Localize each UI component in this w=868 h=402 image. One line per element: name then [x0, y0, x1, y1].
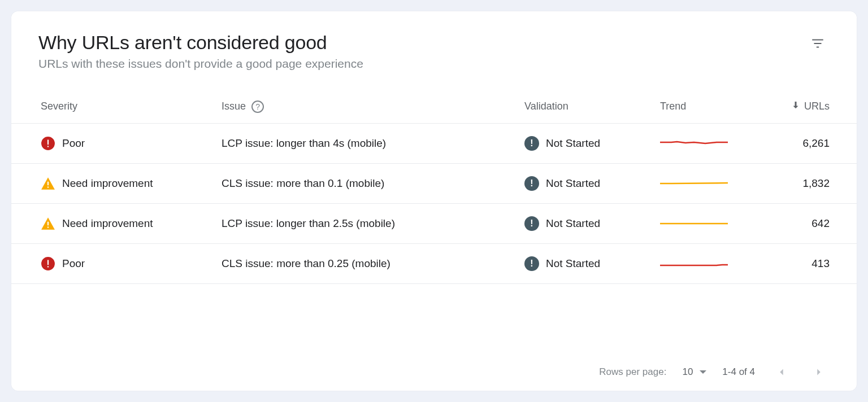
card-header: Why URLs aren't considered good URLs wit… [11, 11, 857, 82]
table-body: Poor LCP issue: longer than 4s (mobile) … [11, 124, 857, 284]
urls-count: 6,261 [802, 137, 830, 150]
error-circle-icon [41, 256, 55, 271]
trend-cell [660, 258, 762, 269]
validation-text: Not Started [546, 137, 600, 150]
chevron-left-icon [775, 366, 788, 378]
col-header-urls[interactable]: URLs [762, 100, 830, 113]
table-row[interactable]: Poor LCP issue: longer than 4s (mobile) … [11, 124, 857, 164]
urls-cell: 413 [762, 257, 830, 270]
table-header-row: Severity Issue ? Validation Trend URLs [11, 82, 857, 124]
filter-icon [810, 36, 825, 51]
issue-cell: LCP issue: longer than 2.5s (mobile) [222, 217, 524, 230]
error-circle-icon [41, 136, 55, 151]
sort-down-icon [791, 100, 801, 113]
col-header-validation[interactable]: Validation [524, 100, 660, 112]
urls-cell: 642 [762, 217, 830, 230]
urls-count: 1,832 [802, 177, 830, 190]
svg-rect-3 [47, 182, 49, 186]
svg-rect-6 [47, 226, 49, 228]
pagination: Rows per page: 10 1-4 of 4 [11, 353, 857, 391]
severity-cell: Poor [41, 136, 222, 151]
issue-text: LCP issue: longer than 2.5s (mobile) [222, 217, 395, 230]
rows-per-page-value: 10 [682, 366, 693, 378]
table-row[interactable]: Need improvement CLS issue: more than 0.… [11, 164, 857, 204]
svg-rect-5 [47, 222, 49, 226]
rows-per-page-select[interactable]: 10 [682, 366, 706, 378]
issue-cell: CLS issue: more than 0.25 (mobile) [222, 257, 524, 270]
severity-label: Need improvement [62, 177, 153, 190]
trend-sparkline [660, 138, 728, 149]
urls-cell: 1,832 [762, 177, 830, 190]
header-text-block: Why URLs aren't considered good URLs wit… [38, 32, 363, 71]
validation-status-icon: ! [524, 136, 539, 151]
issue-text: CLS issue: more than 0.25 (mobile) [222, 257, 390, 270]
warning-triangle-icon [41, 216, 55, 231]
svg-rect-2 [47, 146, 49, 147]
trend-sparkline [660, 218, 728, 229]
validation-text: Not Started [546, 177, 600, 190]
card-title: Why URLs aren't considered good [38, 32, 363, 54]
next-page-button[interactable] [808, 364, 830, 381]
table-row[interactable]: Poor CLS issue: more than 0.25 (mobile) … [11, 244, 857, 284]
col-header-issue-label: Issue [222, 100, 246, 112]
severity-label: Need improvement [62, 217, 153, 230]
urls-count: 642 [811, 217, 830, 230]
validation-text: Not Started [546, 257, 600, 270]
severity-label: Poor [62, 137, 85, 150]
severity-label: Poor [62, 257, 85, 270]
validation-status-icon: ! [524, 216, 539, 231]
caret-down-icon [700, 370, 706, 374]
issues-table: Severity Issue ? Validation Trend URLs [11, 82, 857, 353]
issue-text: LCP issue: longer than 4s (mobile) [222, 137, 386, 150]
col-header-validation-label: Validation [524, 100, 568, 112]
page-range: 1-4 of 4 [722, 366, 755, 378]
col-header-urls-label: URLs [804, 100, 830, 112]
trend-cell [660, 138, 762, 149]
svg-rect-8 [47, 260, 49, 265]
help-icon[interactable]: ? [251, 100, 264, 113]
svg-rect-9 [47, 266, 49, 267]
col-header-trend-label: Trend [660, 100, 686, 112]
prev-page-button[interactable] [771, 364, 792, 381]
table-row[interactable]: Need improvement LCP issue: longer than … [11, 204, 857, 244]
chevron-right-icon [813, 366, 825, 378]
issues-card: Why URLs aren't considered good URLs wit… [11, 11, 857, 391]
trend-cell [660, 178, 762, 189]
filter-button[interactable] [806, 32, 830, 55]
severity-cell: Poor [41, 256, 222, 271]
card-subtitle: URLs with these issues don't provide a g… [38, 57, 363, 71]
urls-cell: 6,261 [762, 137, 830, 150]
validation-cell: ! Not Started [524, 216, 660, 231]
trend-sparkline [660, 178, 728, 189]
warning-triangle-icon [41, 176, 55, 191]
col-header-severity-label: Severity [41, 100, 77, 112]
issue-text: CLS issue: more than 0.1 (mobile) [222, 177, 384, 190]
validation-cell: ! Not Started [524, 176, 660, 191]
validation-cell: ! Not Started [524, 136, 660, 151]
urls-count: 413 [811, 257, 830, 270]
validation-cell: ! Not Started [524, 256, 660, 271]
col-header-issue[interactable]: Issue ? [222, 100, 524, 113]
col-header-trend[interactable]: Trend [660, 100, 762, 112]
trend-sparkline [660, 258, 728, 269]
rows-per-page-label: Rows per page: [599, 366, 666, 378]
validation-status-icon: ! [524, 256, 539, 271]
svg-rect-4 [47, 186, 49, 187]
severity-cell: Need improvement [41, 176, 222, 191]
issue-cell: CLS issue: more than 0.1 (mobile) [222, 177, 524, 190]
validation-status-icon: ! [524, 176, 539, 191]
issue-cell: LCP issue: longer than 4s (mobile) [222, 137, 524, 150]
severity-cell: Need improvement [41, 216, 222, 231]
col-header-severity[interactable]: Severity [41, 100, 222, 112]
validation-text: Not Started [546, 217, 600, 230]
trend-cell [660, 218, 762, 229]
svg-rect-1 [47, 140, 49, 145]
